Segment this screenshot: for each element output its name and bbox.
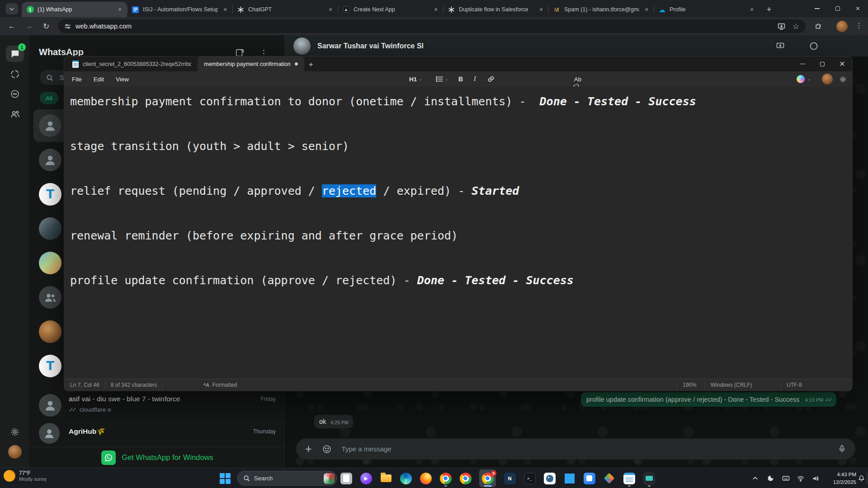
account-button[interactable] xyxy=(822,71,833,87)
nav-status-button[interactable] xyxy=(6,66,24,82)
heading-style-dropdown[interactable]: H1⌄ xyxy=(409,71,422,87)
taskbar-app-firefox-browser[interactable] xyxy=(420,469,432,487)
get-whatsapp-banner[interactable]: Get WhatsApp for Windows xyxy=(30,447,285,468)
chat-avatar-twinforce[interactable]: T xyxy=(39,183,61,206)
notepad-editor[interactable]: membership payment confirmation to donor… xyxy=(64,87,852,379)
taskbar-app-navy-n-app[interactable]: N xyxy=(504,469,516,487)
taskbar-app-chrome-browser[interactable] xyxy=(439,469,452,487)
tab-close-icon[interactable]: ✕ xyxy=(222,6,229,13)
incoming-message-bubble[interactable]: ok 4:25 PM xyxy=(314,415,353,428)
nav-communities-button[interactable] xyxy=(6,106,24,122)
notepad-new-tab-button[interactable]: + xyxy=(304,58,318,71)
back-button[interactable]: ← xyxy=(6,21,17,32)
attach-plus-icon[interactable]: + xyxy=(305,442,312,455)
tab-close-icon[interactable]: ✕ xyxy=(748,6,755,13)
tab-close-icon[interactable]: ✕ xyxy=(116,6,123,13)
encoding[interactable]: UTF-8 xyxy=(781,382,852,389)
menu-file[interactable]: File xyxy=(66,76,88,83)
address-bar[interactable]: web.whatsapp.com ☆ xyxy=(58,19,806,33)
italic-button[interactable]: I xyxy=(474,71,476,87)
taskbar-app-postgresql[interactable] xyxy=(543,469,556,487)
browser-close-button[interactable]: ✕ xyxy=(848,0,868,17)
taskbar-app-drawio[interactable] xyxy=(603,469,615,487)
mic-icon[interactable] xyxy=(838,445,846,453)
touch-keyboard-icon[interactable] xyxy=(782,468,790,488)
tab-close-icon[interactable]: ✕ xyxy=(432,6,439,13)
taskbar-app-clipchamp[interactable]: ▶ xyxy=(360,469,372,487)
new-tab-button[interactable]: + xyxy=(763,3,775,16)
menu-edit[interactable]: Edit xyxy=(88,76,110,83)
message-composer[interactable]: + Type a message xyxy=(296,438,855,460)
tab-close-icon[interactable]: ✕ xyxy=(643,6,650,13)
bookmark-star-icon[interactable]: ☆ xyxy=(793,22,799,31)
start-button[interactable] xyxy=(220,473,231,484)
taskbar-app-file-explorer[interactable] xyxy=(380,469,392,487)
browser-maximize-button[interactable] xyxy=(827,0,848,17)
notepad-tab-1[interactable]: client_secret_2_60053885332-2reqe52rribc xyxy=(66,56,198,71)
taskbar-app-notepad[interactable] xyxy=(623,469,635,487)
reload-button[interactable]: ↻ xyxy=(41,21,52,32)
profile-avatar[interactable] xyxy=(8,445,22,459)
notifications-bell-icon[interactable] xyxy=(858,468,865,488)
zoom-level[interactable]: 190% xyxy=(677,382,705,389)
chat-avatar-photo-man[interactable] xyxy=(39,217,61,240)
download-app-icon[interactable] xyxy=(776,42,785,51)
chat-row-asif[interactable]: asif vai - diu swe - blue 7 - twinforce … xyxy=(30,391,285,422)
tab-close-icon[interactable]: ✕ xyxy=(538,6,545,13)
forward-button[interactable]: → xyxy=(24,21,34,32)
nav-channels-button[interactable] xyxy=(6,86,24,102)
bold-button[interactable]: B xyxy=(458,71,463,87)
taskbar-weather-widget[interactable]: 77°FMostly sunny xyxy=(4,470,47,482)
list-style-dropdown[interactable]: ⌄ xyxy=(436,71,448,87)
taskbar-search[interactable]: Search xyxy=(237,471,337,486)
install-app-icon[interactable] xyxy=(778,22,785,31)
taskbar-app-chrome-salesforce[interactable]: S xyxy=(479,469,496,487)
taskbar-app-chrome-browser-2[interactable] xyxy=(459,469,472,487)
browser-tab-2[interactable]: ISIJ - Automation/Flows Setup✕ xyxy=(127,2,232,17)
taskbar-app-vscode[interactable] xyxy=(563,469,576,487)
browser-tab-4[interactable]: ▲Create Next App✕ xyxy=(338,2,443,17)
taskbar-app-gray-document-app[interactable] xyxy=(340,469,352,487)
chat-avatar-photo-suit[interactable] xyxy=(39,320,61,343)
filter-chip-all[interactable]: All xyxy=(40,92,58,104)
notepad-minimize-button[interactable] xyxy=(793,56,812,71)
chat-header-avatar[interactable] xyxy=(293,38,311,55)
settings-button[interactable] xyxy=(839,71,847,87)
chat-header[interactable]: Sarwar Tushar vai Twinforce Sl xyxy=(285,35,868,56)
nav-settings-button[interactable] xyxy=(6,424,24,440)
tab-search-button[interactable] xyxy=(5,3,18,14)
chat-row-agrihub[interactable]: AgriHub🌾 Thursday xyxy=(30,423,285,446)
copilot-button[interactable]: ⌄ xyxy=(797,71,811,87)
outgoing-message-bubble[interactable]: profile update confirmation (approve / r… xyxy=(581,392,836,407)
taskbar-app-pc-manager[interactable] xyxy=(583,469,595,487)
browser-menu-kebab-icon[interactable]: ⋮ xyxy=(855,21,863,30)
browser-tab-7[interactable]: ☁Profile✕ xyxy=(654,2,759,17)
line-ending[interactable]: Windows (CRLF) xyxy=(705,382,781,389)
status-ring-icon[interactable] xyxy=(809,42,818,51)
tab-close-icon[interactable]: ✕ xyxy=(327,6,334,13)
browser-tab-3[interactable]: ChatGPT✕ xyxy=(232,2,338,17)
insert-link-button[interactable] xyxy=(487,71,495,87)
browser-profile-avatar[interactable] xyxy=(836,21,848,32)
browser-tab-6[interactable]: MSpam (1) - ishann.tforce@gmai✕ xyxy=(548,2,654,17)
nav-chats-button[interactable]: 1 xyxy=(6,46,24,62)
menu-view[interactable]: View xyxy=(110,76,135,83)
taskbar-app-screen-mirror-app[interactable] xyxy=(643,469,655,487)
taskbar-app-edge-browser[interactable] xyxy=(400,469,412,487)
taskbar-app-terminal[interactable]: >_ xyxy=(524,469,536,487)
emoji-icon[interactable] xyxy=(322,444,332,454)
energy-saver-icon[interactable] xyxy=(767,468,774,488)
chat-avatar-person[interactable] xyxy=(39,149,61,171)
chat-avatar-group[interactable] xyxy=(39,286,61,309)
taskbar-clock[interactable]: 4:43 PM 12/2/2025 xyxy=(824,471,856,486)
notepad-close-button[interactable]: ✕ xyxy=(832,56,852,71)
site-settings-icon[interactable] xyxy=(64,23,71,30)
chat-avatar-photo-scenic[interactable] xyxy=(39,252,61,274)
notepad-tab-2[interactable]: membership payment confirmation xyxy=(198,56,304,71)
notepad-maximize-button[interactable] xyxy=(812,56,832,71)
browser-minimize-button[interactable] xyxy=(807,0,827,17)
volume-icon[interactable] xyxy=(812,468,819,488)
extensions-puzzle-icon[interactable] xyxy=(815,22,822,30)
tray-overflow-chevron[interactable] xyxy=(752,468,758,488)
wifi-icon[interactable] xyxy=(797,468,804,488)
